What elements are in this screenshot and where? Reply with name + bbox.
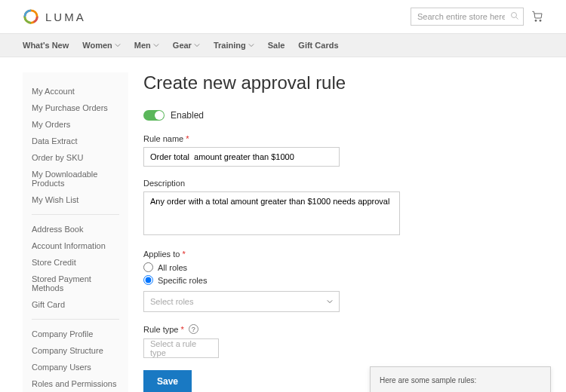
logo[interactable]: LUMA (23, 8, 86, 25)
sidebar-item-roles-and-permissions[interactable]: Roles and Permissions (23, 375, 128, 392)
save-button[interactable]: Save (143, 370, 192, 392)
chevron-down-icon (248, 42, 254, 48)
luma-logo-icon (23, 8, 39, 25)
svg-point-4 (540, 20, 541, 21)
sidebar-item-data-extract[interactable]: Data Extract (23, 133, 128, 149)
sidebar-item-store-credit[interactable]: Store Credit (23, 254, 128, 271)
allroles-label: All roles (158, 263, 187, 272)
description-label: Description (143, 179, 543, 188)
specificroles-radio[interactable] (143, 275, 153, 285)
sidebar-item-stored-payment-methods[interactable]: Stored Payment Methods (23, 271, 128, 296)
chevron-down-icon (194, 42, 200, 48)
chevron-down-icon (153, 42, 159, 48)
sidebar-separator (32, 214, 119, 215)
ruletype-dropdown[interactable]: Select a rule type (143, 338, 219, 358)
sidebar-item-company-structure[interactable]: Company Structure (23, 342, 128, 359)
description-input[interactable] (143, 191, 400, 235)
topnav-item-training[interactable]: Training (214, 41, 254, 50)
specificroles-label: Specific roles (158, 276, 207, 285)
select-roles-dropdown[interactable]: Select roles (143, 291, 340, 312)
sidebar-item-company-profile[interactable]: Company Profile (23, 326, 128, 342)
appliesto-label: Applies to * (143, 250, 543, 259)
cart-icon[interactable] (531, 11, 543, 23)
sidebar-item-gift-card[interactable]: Gift Card (23, 296, 128, 313)
sidebar-item-order-by-sku[interactable]: Order by SKU (23, 149, 128, 166)
chevron-down-icon (115, 42, 121, 48)
sidebar-item-my-wish-list[interactable]: My Wish List (23, 191, 128, 208)
sidebar-separator (32, 319, 119, 320)
topnav-item-what-s-new[interactable]: What's New (23, 41, 69, 50)
ruletype-tooltip: Here are some sample rules:- Order Total… (370, 366, 551, 392)
top-nav: What's NewWomenMenGearTrainingSaleGift C… (0, 33, 566, 57)
search-icon[interactable] (510, 11, 519, 20)
sidebar-item-my-orders[interactable]: My Orders (23, 116, 128, 133)
ruletype-placeholder: Select a rule type (150, 339, 212, 357)
rulename-input[interactable] (143, 147, 340, 167)
svg-point-3 (535, 20, 537, 21)
chevron-down-icon (327, 299, 333, 305)
sidebar: My AccountMy Purchase OrdersMy OrdersDat… (23, 72, 128, 392)
ruletype-label: Rule type * (143, 325, 184, 334)
sidebar-item-my-downloadable-products[interactable]: My Downloadable Products (23, 166, 128, 191)
topnav-item-gift-cards[interactable]: Gift Cards (298, 41, 338, 50)
page-header: LUMA (0, 0, 566, 33)
logo-text: LUMA (45, 11, 86, 23)
rulename-label: Rule name * (143, 134, 543, 143)
topnav-item-gear[interactable]: Gear (173, 41, 200, 50)
svg-point-1 (512, 13, 517, 18)
topnav-item-sale[interactable]: Sale (268, 41, 285, 50)
sidebar-item-my-account[interactable]: My Account (23, 83, 128, 100)
topnav-item-women[interactable]: Women (82, 41, 121, 50)
sidebar-item-company-users[interactable]: Company Users (23, 359, 128, 375)
search-input[interactable] (411, 8, 524, 26)
sidebar-item-address-book[interactable]: Address Book (23, 221, 128, 237)
enabled-label: Enabled (171, 110, 204, 121)
sidebar-item-my-purchase-orders[interactable]: My Purchase Orders (23, 100, 128, 116)
select-roles-placeholder: Select roles (150, 297, 193, 306)
topnav-item-men[interactable]: Men (134, 41, 159, 50)
search-box (411, 8, 524, 26)
page-title: Create new approval rule (143, 72, 543, 93)
allroles-radio[interactable] (143, 262, 153, 272)
svg-line-2 (516, 17, 518, 20)
help-icon[interactable]: ? (189, 324, 198, 334)
main-content: Create new approval rule Enabled Rule na… (143, 72, 543, 392)
enabled-toggle[interactable] (143, 110, 165, 121)
sidebar-item-account-information[interactable]: Account Information (23, 237, 128, 254)
